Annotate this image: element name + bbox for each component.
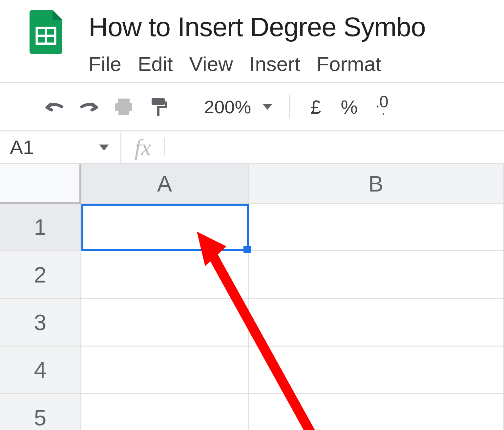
- menu-format[interactable]: Format: [317, 52, 381, 76]
- cell-a4[interactable]: [81, 347, 249, 394]
- menubar: File Edit View Insert Format: [89, 52, 504, 76]
- redo-icon[interactable]: [77, 97, 100, 117]
- cell-a5[interactable]: [81, 394, 249, 430]
- row-header-3[interactable]: 3: [0, 299, 81, 347]
- row-header-5[interactable]: 5: [0, 394, 81, 430]
- name-box-value: A1: [10, 136, 34, 159]
- decimal-label: .0: [375, 96, 388, 108]
- column-header-b[interactable]: B: [249, 164, 504, 204]
- header: How to Insert Degree Symbo File Edit Vie…: [0, 0, 504, 82]
- zoom-value: 200%: [204, 96, 251, 118]
- toolbar: 200% £ % .0 ←: [0, 82, 504, 131]
- cell-a2[interactable]: [81, 251, 249, 299]
- cell-b3[interactable]: [249, 299, 504, 347]
- fx-separator: [164, 138, 165, 156]
- toolbar-separator: [187, 95, 187, 118]
- select-all-corner[interactable]: [0, 164, 81, 204]
- document-title[interactable]: How to Insert Degree Symbo: [89, 11, 504, 42]
- title-area: How to Insert Degree Symbo File Edit Vie…: [89, 10, 504, 76]
- cell-b4[interactable]: [249, 347, 504, 394]
- row-header-4[interactable]: 4: [0, 347, 81, 394]
- row-header-2[interactable]: 2: [0, 251, 81, 299]
- format-percent-button[interactable]: %: [337, 96, 362, 118]
- name-box[interactable]: A1: [0, 131, 121, 163]
- fx-icon: fx: [121, 134, 164, 161]
- dropdown-icon: [262, 104, 272, 110]
- cell-b5[interactable]: [249, 394, 504, 430]
- zoom-dropdown[interactable]: 200%: [204, 96, 272, 118]
- menu-edit[interactable]: Edit: [138, 52, 173, 76]
- row-header-1[interactable]: 1: [0, 204, 81, 251]
- toolbar-separator: [289, 95, 290, 118]
- print-icon[interactable]: [112, 97, 135, 117]
- svg-rect-6: [152, 98, 165, 105]
- menu-insert[interactable]: Insert: [249, 52, 300, 76]
- format-currency-button[interactable]: £: [306, 96, 325, 118]
- menu-file[interactable]: File: [89, 52, 121, 76]
- svg-rect-3: [118, 99, 130, 103]
- cell-a3[interactable]: [81, 299, 249, 347]
- dropdown-icon: [99, 145, 109, 150]
- paint-format-icon[interactable]: [147, 97, 170, 117]
- cell-b1[interactable]: [249, 204, 504, 251]
- left-arrow-icon: ←: [380, 110, 390, 118]
- decrease-decimal-button[interactable]: .0 ←: [373, 96, 392, 118]
- cell-a1[interactable]: [81, 204, 249, 251]
- undo-icon[interactable]: [43, 97, 66, 117]
- column-header-a[interactable]: A: [81, 164, 249, 204]
- sheets-logo-icon[interactable]: [30, 10, 62, 54]
- cell-b2[interactable]: [249, 251, 504, 299]
- svg-rect-5: [118, 109, 129, 115]
- formula-bar: A1 fx: [0, 131, 504, 164]
- menu-view[interactable]: View: [189, 52, 233, 76]
